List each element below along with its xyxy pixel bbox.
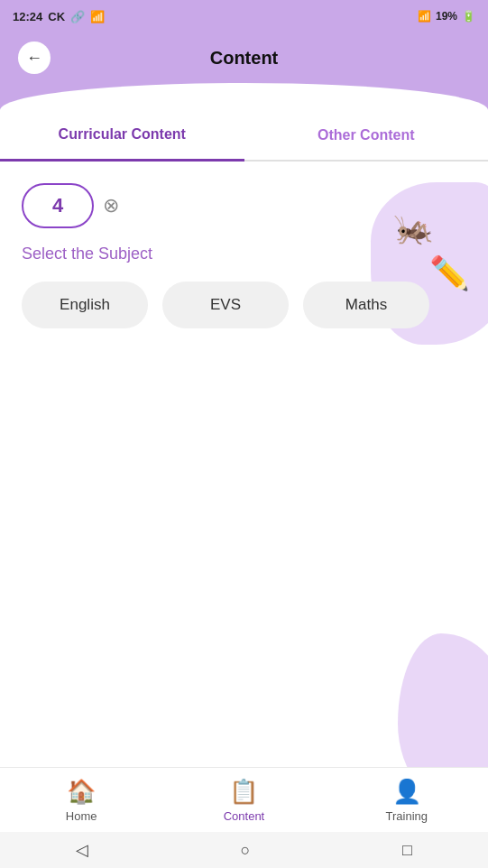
clear-icon: ⊗ (103, 194, 119, 217)
android-recent-btn[interactable]: □ (402, 841, 412, 860)
grade-value: 4 (52, 194, 63, 217)
status-wifi-icon: 📶 (90, 10, 105, 23)
tab-curricular[interactable]: Curricular Content (0, 110, 244, 162)
back-button[interactable]: ← (18, 42, 51, 74)
tabs-container: Curricular Content Other Content (0, 110, 488, 162)
subjects-grid: English EVS Maths (22, 282, 466, 328)
nav-item-content[interactable]: 📋 Content (212, 778, 275, 823)
android-home-btn[interactable]: ○ (241, 841, 251, 860)
nav-item-training[interactable]: 👤 Training (375, 778, 438, 823)
grade-badge: 4 (22, 183, 94, 228)
page-title: Content (51, 48, 437, 69)
training-icon: 👤 (392, 778, 421, 806)
home-icon: 🏠 (67, 778, 96, 806)
subject-button-evs[interactable]: EVS (162, 282, 289, 328)
status-battery-icon: 🔋 (462, 10, 475, 23)
status-right: 📶 19% 🔋 (418, 10, 475, 23)
content-section: 4 ⊗ Select the Subject English EVS Maths (0, 162, 488, 328)
subject-button-maths[interactable]: Maths (303, 282, 429, 328)
nav-label-home: Home (66, 809, 97, 823)
status-carrier1: CK (48, 10, 65, 23)
back-icon: ← (26, 49, 42, 68)
android-nav: ◁ ○ □ (0, 832, 488, 868)
android-back-btn[interactable]: ◁ (76, 840, 88, 860)
tab-other-content[interactable]: Other Content (244, 110, 489, 160)
subject-button-english[interactable]: English (22, 282, 148, 328)
nav-item-home[interactable]: 🏠 Home (50, 778, 113, 823)
clear-grade-button[interactable]: ⊗ (103, 194, 119, 217)
select-subject-label: Select the Subject (22, 245, 466, 263)
app-wrapper: 12:24 CK 🔗 📶 📶 19% 🔋 ← Content 🦗 ✏️ Curr… (0, 0, 488, 868)
top-nav: ← Content (0, 32, 488, 83)
status-signal-icon: 📶 (418, 10, 431, 23)
status-battery: 19% (436, 10, 457, 23)
nav-label-training: Training (386, 809, 428, 823)
bottom-nav: 🏠 Home 📋 Content 👤 Training (0, 767, 488, 832)
status-bar: 12:24 CK 🔗 📶 📶 19% 🔋 (0, 0, 488, 32)
content-icon: 📋 (229, 778, 258, 806)
grade-row: 4 ⊗ (22, 183, 466, 228)
nav-label-content: Content (224, 809, 265, 823)
scrollable-area: 🦗 ✏️ Curricular Content Other Content 4 … (0, 110, 488, 868)
header-wave (0, 83, 488, 110)
status-time: 12:24 (13, 10, 42, 23)
status-left: 12:24 CK 🔗 📶 (13, 10, 105, 23)
status-carrier2-icon: 🔗 (70, 10, 85, 23)
